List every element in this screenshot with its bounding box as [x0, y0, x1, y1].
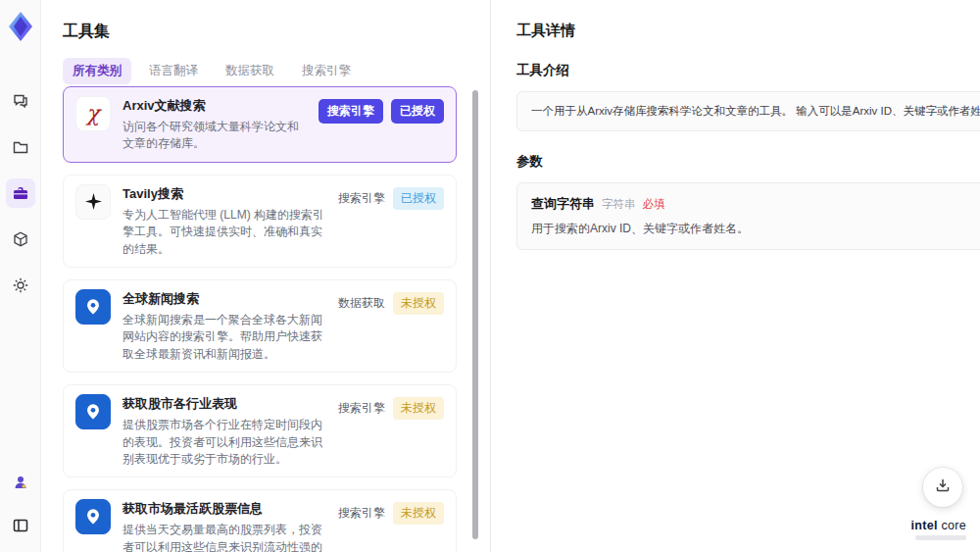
tool-detail-panel: 工具详情 工具介绍 一个用于从Arxiv存储库搜索科学论文和文章的工具。 输入可… — [490, 0, 980, 552]
param-type: 字符串 — [602, 197, 636, 212]
panel-toggle-icon — [12, 517, 29, 534]
chat-icon — [12, 92, 29, 110]
intro-text: 一个用于从Arxiv存储库搜索科学论文和文章的工具。 输入可以是Arxiv ID… — [531, 104, 980, 119]
tool-description: 提供当天交易量最高的股票列表，投资者可以利用这些信息来识别流动性强的股票和潜在的… — [122, 522, 326, 552]
tool-name: Arxiv文献搜索 — [122, 97, 307, 115]
status-badge: 已授权 — [393, 187, 444, 210]
cube-icon — [12, 230, 29, 248]
tools-panel: 工具集 所有类别 语言翻译 数据获取 搜索引擎 χ — [41, 0, 490, 552]
tool-info: Arxiv文献搜索 访问各个研究领域大量科学论文和文章的存储库。 — [122, 96, 307, 153]
param-head: 查询字符串 字符串 必填 — [531, 195, 980, 213]
category-tab[interactable]: 语言翻译 — [139, 58, 208, 84]
rail-nav — [6, 86, 35, 300]
category-tab[interactable]: 搜索引擎 — [292, 58, 361, 84]
status-badge: 未授权 — [393, 502, 444, 525]
tool-info: 全球新闻搜索 全球新闻搜索是一个聚合全球各大新闻网站内容的搜索引擎。帮助用户快速… — [122, 289, 326, 363]
category-tabs: 所有类别 语言翻译 数据获取 搜索引擎 — [63, 58, 470, 84]
tool-description: 提供股票市场各个行业在特定时间段内的表现。投资者可以利用这些信息来识别表现优于或… — [122, 417, 326, 468]
user-avatar-button[interactable] — [6, 468, 35, 497]
intro-box: 一个用于从Arxiv存储库搜索科学论文和文章的工具。 输入可以是Arxiv ID… — [516, 91, 980, 131]
category-badge: 数据获取 — [338, 295, 385, 312]
sidebar-item-settings[interactable] — [6, 271, 35, 300]
page-title: 工具集 — [63, 22, 470, 42]
tool-badges: 搜索引擎 已授权 — [338, 187, 444, 210]
collapse-panel-button[interactable] — [6, 511, 35, 540]
tool-icon: χ — [75, 289, 111, 325]
param-description: 用于搜索的Arxiv ID、关键字或作者姓名。 — [531, 221, 980, 237]
params-heading: 参数 — [516, 153, 980, 171]
tool-info: 获取市场最活跃股票信息 提供当天交易量最高的股票列表，投资者可以利用这些信息来识… — [122, 499, 326, 552]
download-button[interactable] — [923, 468, 962, 507]
category-tab[interactable]: 数据获取 — [216, 58, 284, 84]
core-wordmark: core — [941, 519, 966, 532]
tool-info: 获取股市各行业表现 提供股票市场各个行业在特定时间段内的表现。投资者可以利用这些… — [122, 394, 326, 468]
category-badge: 搜索引擎 — [338, 400, 385, 417]
user-icon — [12, 474, 29, 491]
tool-card[interactable]: χ 获取市场最活跃股票信息 — [63, 489, 457, 552]
star-icon — [85, 193, 102, 210]
sidebar-item-files[interactable] — [6, 132, 35, 162]
status-badge: 已授权 — [391, 99, 444, 124]
folder-icon — [12, 138, 29, 156]
scrollbar-thumb[interactable] — [472, 90, 478, 539]
tool-name: 全球新闻搜索 — [122, 290, 326, 308]
tool-badges: 数据获取 未授权 — [338, 292, 444, 315]
tool-name: 获取市场最活跃股票信息 — [122, 500, 326, 518]
category-tab[interactable]: 所有类别 — [63, 58, 131, 84]
intel-core-logo: intel core — [910, 519, 966, 540]
intel-ultra-badge — [915, 535, 966, 540]
sidebar-item-tools[interactable] — [6, 178, 35, 208]
param-name: 查询字符串 — [531, 195, 595, 213]
tool-icon: χ — [75, 394, 111, 429]
tool-icon: χ — [75, 184, 111, 220]
tool-card[interactable]: χ 获取股市各行业表现 — [63, 384, 457, 477]
download-icon — [934, 477, 952, 498]
tool-card[interactable]: χ Tavily搜索 — [63, 175, 457, 268]
tool-description: 全球新闻搜索是一个聚合全球各大新闻网站内容的搜索引擎。帮助用户快速获取全球最新资… — [122, 312, 326, 363]
intel-wordmark: intel — [910, 519, 937, 532]
map-pin-icon — [84, 403, 102, 421]
gear-icon — [12, 276, 29, 294]
status-badge: 未授权 — [393, 397, 444, 420]
tool-badges: 搜索引擎 已授权 — [318, 99, 444, 124]
sidebar-item-chat[interactable] — [6, 86, 35, 116]
tool-card[interactable]: χ 全球新闻搜索 — [63, 279, 457, 373]
category-badge: 搜索引擎 — [318, 99, 383, 124]
status-badge: 未授权 — [393, 292, 444, 315]
tool-card[interactable]: χ Arxiv文献搜索 — [63, 86, 457, 163]
tool-badges: 搜索引擎 未授权 — [338, 502, 444, 525]
tool-info: Tavily搜索 专为人工智能代理 (LLM) 构建的搜索引擎工具。可快速提供实… — [122, 184, 326, 258]
map-pin-icon — [84, 508, 102, 526]
tool-description: 访问各个研究领域大量科学论文和文章的存储库。 — [122, 119, 307, 153]
tool-icon: χ — [75, 499, 111, 534]
detail-title: 工具详情 — [516, 22, 980, 40]
tool-description: 专为人工智能代理 (LLM) 构建的搜索引擎工具。可快速提供实时、准确和真实的结… — [122, 207, 326, 258]
param-required-flag: 必填 — [643, 197, 665, 212]
rail-bottom — [6, 468, 35, 540]
arxiv-icon: χ — [86, 103, 99, 125]
app-logo — [7, 10, 34, 43]
intro-heading: 工具介绍 — [516, 62, 980, 79]
sidebar-item-models[interactable] — [6, 225, 35, 254]
tool-badges: 搜索引擎 未授权 — [338, 397, 444, 420]
map-pin-icon — [84, 298, 102, 316]
app-window: 工具集 所有类别 语言翻译 数据获取 搜索引擎 χ — [0, 0, 980, 552]
param-box: 查询字符串 字符串 必填 用于搜索的Arxiv ID、关键字或作者姓名。 — [516, 182, 980, 250]
scrollbar-track — [472, 90, 478, 548]
tool-name: Tavily搜索 — [122, 185, 326, 203]
icon-rail — [0, 0, 41, 552]
tool-name: 获取股市各行业表现 — [122, 395, 326, 413]
category-badge: 搜索引擎 — [338, 190, 385, 207]
params-list: 查询字符串 字符串 必填 用于搜索的Arxiv ID、关键字或作者姓名。 — [516, 182, 980, 250]
briefcase-icon — [12, 184, 29, 202]
category-badge: 搜索引擎 — [338, 505, 385, 522]
tool-list: χ Arxiv文献搜索 — [63, 86, 457, 552]
tool-icon: χ — [75, 96, 111, 131]
